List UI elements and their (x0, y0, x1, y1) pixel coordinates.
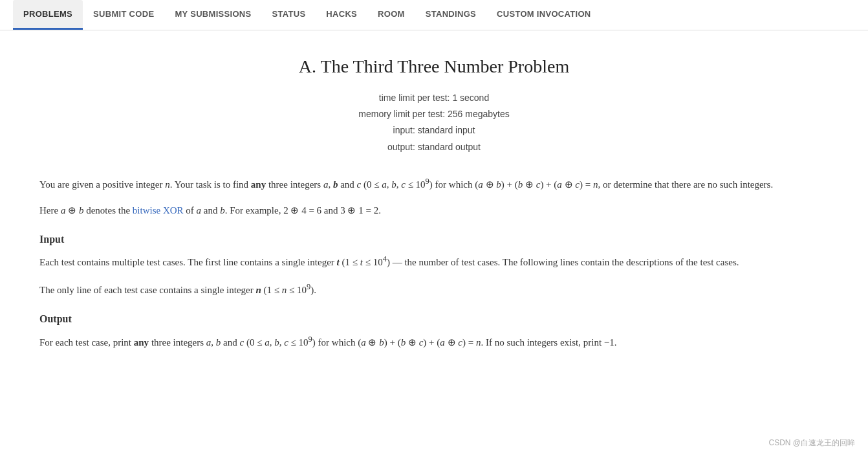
var-a: a (323, 179, 329, 190)
output-type: output: standard output (39, 139, 829, 155)
output-description: For each test case, print any three inte… (39, 333, 829, 350)
problem-title: A. The Third Three Number Problem (39, 56, 829, 77)
input-format: The only line of each test case contains… (39, 280, 829, 298)
tab-room[interactable]: ROOM (367, 0, 415, 30)
problem-meta: time limit per test: 1 second memory lim… (39, 90, 829, 155)
tab-problems[interactable]: PROBLEMS (13, 0, 83, 30)
output-section-title: Output (39, 311, 829, 327)
xor-link[interactable]: bitwise XOR (133, 205, 184, 216)
nav-tabs: PROBLEMS SUBMIT CODE MY SUBMISSIONS STAT… (13, 0, 855, 30)
problem-body: You are given a positive integer n. Your… (39, 175, 829, 350)
tab-submit-code[interactable]: SUBMIT CODE (83, 0, 164, 30)
var-n: n (165, 179, 170, 190)
tab-custom-invocation[interactable]: CUSTOM INVOCATION (486, 0, 601, 30)
input-description: Each test contains multiple test cases. … (39, 252, 829, 270)
navigation-bar: PROBLEMS SUBMIT CODE MY SUBMISSIONS STAT… (0, 0, 868, 30)
tab-hacks[interactable]: HACKS (316, 0, 367, 30)
problem-statement: You are given a positive integer n. Your… (39, 175, 829, 192)
emphasis-any: any (251, 179, 266, 190)
input-section-title: Input (39, 231, 829, 248)
xor-definition: Here a ⊕ b denotes the bitwise XOR of a … (39, 203, 829, 218)
emphasis-any-2: any (134, 337, 149, 348)
var-c: c (357, 179, 362, 190)
tab-status[interactable]: STATUS (261, 0, 316, 30)
tab-standings[interactable]: STANDINGS (415, 0, 486, 30)
memory-limit: memory limit per test: 256 megabytes (39, 106, 829, 122)
input-type: input: standard input (39, 122, 829, 139)
time-limit: time limit per test: 1 second (39, 90, 829, 106)
main-content: A. The Third Three Number Problem time l… (14, 30, 854, 386)
var-b: b (333, 179, 338, 190)
tab-my-submissions[interactable]: MY SUBMISSIONS (164, 0, 261, 30)
